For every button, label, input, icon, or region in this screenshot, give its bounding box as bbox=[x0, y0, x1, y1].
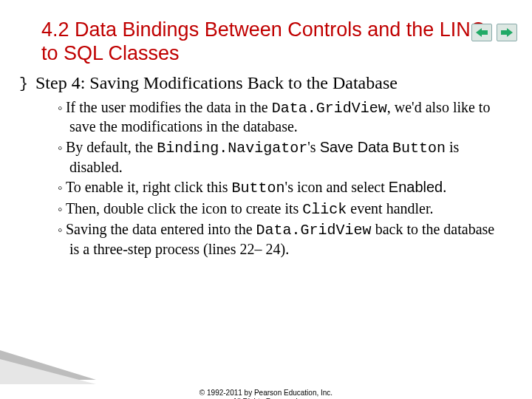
nav-controls bbox=[471, 24, 517, 41]
list-item: If the user modifies the data in the Dat… bbox=[58, 98, 502, 137]
copyright: © 1992-2011 by Pearson Education, Inc. A… bbox=[0, 389, 532, 399]
list-item: By default, the Binding.Navigator's Save… bbox=[58, 138, 502, 177]
svg-marker-0 bbox=[476, 28, 488, 37]
list-item: Saving the data entered into the Data.Gr… bbox=[58, 220, 502, 259]
nav-forward-button[interactable] bbox=[497, 24, 517, 41]
arrow-right-icon bbox=[501, 28, 513, 37]
list-item: To enable it, right click this Button's … bbox=[58, 178, 502, 198]
slide-title: 4.2 Data Bindings Between Controls and t… bbox=[41, 18, 502, 66]
slide-body: } Step 4: Saving Modifications Back to t… bbox=[19, 73, 502, 259]
bullet-icon: } bbox=[19, 73, 28, 95]
decorative-wedge bbox=[0, 350, 96, 387]
step-heading: } Step 4: Saving Modifications Back to t… bbox=[19, 73, 502, 95]
nav-back-button[interactable] bbox=[471, 24, 492, 41]
copyright-line1: © 1992-2011 by Pearson Education, Inc. bbox=[200, 389, 332, 397]
svg-marker-1 bbox=[501, 28, 513, 37]
list-item: Then, double click the icon to create it… bbox=[58, 200, 502, 219]
step-label: Step 4: Saving Modifications Back to the… bbox=[35, 73, 398, 93]
arrow-left-icon bbox=[476, 28, 488, 37]
sub-bullets: If the user modifies the data in the Dat… bbox=[58, 98, 502, 259]
svg-marker-3 bbox=[0, 359, 96, 384]
